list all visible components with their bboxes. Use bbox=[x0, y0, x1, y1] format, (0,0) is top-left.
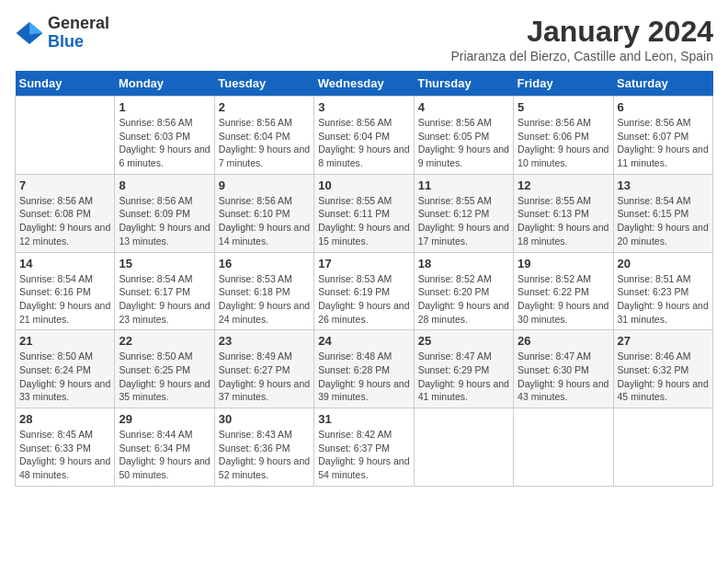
day-info: Sunrise: 8:47 AM Sunset: 6:29 PM Dayligh… bbox=[418, 350, 509, 404]
calendar-cell: 11Sunrise: 8:55 AM Sunset: 6:12 PM Dayli… bbox=[414, 174, 513, 252]
day-number: 6 bbox=[618, 100, 709, 114]
calendar-cell: 3Sunrise: 8:56 AM Sunset: 6:04 PM Daylig… bbox=[314, 97, 414, 175]
col-header-sunday: Sunday bbox=[16, 71, 115, 97]
calendar-cell: 8Sunrise: 8:56 AM Sunset: 6:09 PM Daylig… bbox=[115, 174, 214, 252]
day-number: 23 bbox=[219, 334, 310, 348]
calendar-cell: 27Sunrise: 8:46 AM Sunset: 6:32 PM Dayli… bbox=[613, 330, 712, 408]
calendar-cell: 18Sunrise: 8:52 AM Sunset: 6:20 PM Dayli… bbox=[414, 252, 513, 330]
day-info: Sunrise: 8:55 AM Sunset: 6:13 PM Dayligh… bbox=[518, 194, 609, 248]
day-number: 29 bbox=[119, 412, 210, 426]
calendar-cell: 2Sunrise: 8:56 AM Sunset: 6:04 PM Daylig… bbox=[214, 97, 313, 175]
col-header-wednesday: Wednesday bbox=[314, 71, 414, 97]
day-info: Sunrise: 8:56 AM Sunset: 6:04 PM Dayligh… bbox=[318, 116, 409, 170]
logo-blue-text: Blue bbox=[48, 32, 84, 51]
calendar-table: SundayMondayTuesdayWednesdayThursdayFrid… bbox=[15, 71, 713, 487]
day-info: Sunrise: 8:55 AM Sunset: 6:12 PM Dayligh… bbox=[418, 194, 509, 248]
day-number: 26 bbox=[518, 334, 609, 348]
col-header-thursday: Thursday bbox=[414, 71, 513, 97]
calendar-cell: 13Sunrise: 8:54 AM Sunset: 6:15 PM Dayli… bbox=[613, 174, 712, 252]
day-info: Sunrise: 8:53 AM Sunset: 6:19 PM Dayligh… bbox=[318, 272, 409, 327]
calendar-cell: 4Sunrise: 8:56 AM Sunset: 6:05 PM Daylig… bbox=[414, 97, 513, 175]
day-number: 20 bbox=[618, 257, 709, 270]
calendar-cell: 16Sunrise: 8:53 AM Sunset: 6:18 PM Dayli… bbox=[214, 252, 313, 330]
logo-icon bbox=[15, 18, 44, 48]
day-number: 10 bbox=[318, 178, 409, 192]
calendar-cell: 29Sunrise: 8:44 AM Sunset: 6:34 PM Dayli… bbox=[115, 408, 214, 487]
calendar-cell: 12Sunrise: 8:55 AM Sunset: 6:13 PM Dayli… bbox=[514, 174, 613, 252]
day-info: Sunrise: 8:50 AM Sunset: 6:24 PM Dayligh… bbox=[19, 350, 110, 404]
day-number: 31 bbox=[318, 412, 409, 426]
calendar-cell: 30Sunrise: 8:43 AM Sunset: 6:36 PM Dayli… bbox=[214, 408, 313, 487]
calendar-cell: 24Sunrise: 8:48 AM Sunset: 6:28 PM Dayli… bbox=[314, 330, 414, 408]
day-info: Sunrise: 8:55 AM Sunset: 6:11 PM Dayligh… bbox=[318, 194, 409, 248]
calendar-cell: 28Sunrise: 8:45 AM Sunset: 6:33 PM Dayli… bbox=[16, 408, 115, 487]
calendar-cell: 25Sunrise: 8:47 AM Sunset: 6:29 PM Dayli… bbox=[414, 330, 513, 408]
calendar-cell: 15Sunrise: 8:54 AM Sunset: 6:17 PM Dayli… bbox=[115, 252, 214, 330]
day-number: 2 bbox=[219, 100, 310, 114]
calendar-cell: 9Sunrise: 8:56 AM Sunset: 6:10 PM Daylig… bbox=[214, 174, 313, 252]
day-number: 21 bbox=[19, 334, 110, 348]
calendar-cell: 23Sunrise: 8:49 AM Sunset: 6:27 PM Dayli… bbox=[214, 330, 313, 408]
calendar-cell: 31Sunrise: 8:42 AM Sunset: 6:37 PM Dayli… bbox=[314, 408, 414, 487]
logo: General Blue bbox=[15, 15, 109, 52]
calendar-cell: 5Sunrise: 8:56 AM Sunset: 6:06 PM Daylig… bbox=[514, 97, 613, 175]
day-number: 22 bbox=[119, 334, 210, 348]
subtitle: Priaranza del Bierzo, Castille and Leon,… bbox=[450, 49, 713, 63]
day-info: Sunrise: 8:56 AM Sunset: 6:06 PM Dayligh… bbox=[518, 116, 609, 170]
day-info: Sunrise: 8:56 AM Sunset: 6:07 PM Dayligh… bbox=[618, 116, 709, 170]
day-info: Sunrise: 8:56 AM Sunset: 6:09 PM Dayligh… bbox=[119, 194, 210, 248]
day-number: 14 bbox=[19, 257, 110, 270]
day-number: 27 bbox=[618, 334, 709, 348]
calendar-week-5: 28Sunrise: 8:45 AM Sunset: 6:33 PM Dayli… bbox=[16, 408, 713, 487]
day-number: 25 bbox=[418, 334, 509, 348]
calendar-cell: 26Sunrise: 8:47 AM Sunset: 6:30 PM Dayli… bbox=[514, 330, 613, 408]
calendar-cell: 10Sunrise: 8:55 AM Sunset: 6:11 PM Dayli… bbox=[314, 174, 414, 252]
day-info: Sunrise: 8:47 AM Sunset: 6:30 PM Dayligh… bbox=[518, 350, 609, 404]
day-info: Sunrise: 8:43 AM Sunset: 6:36 PM Dayligh… bbox=[219, 428, 310, 482]
day-info: Sunrise: 8:53 AM Sunset: 6:18 PM Dayligh… bbox=[219, 272, 310, 327]
day-number: 12 bbox=[518, 178, 609, 192]
calendar-cell bbox=[613, 408, 712, 487]
day-number: 30 bbox=[219, 412, 310, 426]
day-number: 4 bbox=[418, 100, 509, 114]
day-info: Sunrise: 8:56 AM Sunset: 6:05 PM Dayligh… bbox=[418, 116, 509, 170]
calendar-cell: 6Sunrise: 8:56 AM Sunset: 6:07 PM Daylig… bbox=[613, 97, 712, 175]
col-header-saturday: Saturday bbox=[613, 71, 712, 97]
calendar-cell bbox=[16, 97, 115, 175]
day-info: Sunrise: 8:52 AM Sunset: 6:20 PM Dayligh… bbox=[418, 272, 509, 327]
calendar-cell: 20Sunrise: 8:51 AM Sunset: 6:23 PM Dayli… bbox=[613, 252, 712, 330]
calendar-week-3: 14Sunrise: 8:54 AM Sunset: 6:16 PM Dayli… bbox=[16, 252, 713, 330]
day-info: Sunrise: 8:52 AM Sunset: 6:22 PM Dayligh… bbox=[518, 272, 609, 327]
day-info: Sunrise: 8:54 AM Sunset: 6:15 PM Dayligh… bbox=[618, 194, 709, 248]
day-info: Sunrise: 8:42 AM Sunset: 6:37 PM Dayligh… bbox=[318, 428, 409, 482]
day-info: Sunrise: 8:56 AM Sunset: 6:08 PM Dayligh… bbox=[19, 194, 110, 248]
day-number: 16 bbox=[219, 257, 310, 270]
day-number: 5 bbox=[518, 100, 609, 114]
day-info: Sunrise: 8:56 AM Sunset: 6:04 PM Dayligh… bbox=[219, 116, 310, 170]
calendar-cell: 1Sunrise: 8:56 AM Sunset: 6:03 PM Daylig… bbox=[115, 97, 214, 175]
day-number: 8 bbox=[119, 178, 210, 192]
day-info: Sunrise: 8:44 AM Sunset: 6:34 PM Dayligh… bbox=[119, 428, 210, 482]
calendar-week-4: 21Sunrise: 8:50 AM Sunset: 6:24 PM Dayli… bbox=[16, 330, 713, 408]
day-number: 9 bbox=[219, 178, 310, 192]
logo-general-text: General bbox=[48, 14, 109, 32]
day-number: 7 bbox=[19, 178, 110, 192]
day-info: Sunrise: 8:48 AM Sunset: 6:28 PM Dayligh… bbox=[318, 350, 409, 404]
col-header-tuesday: Tuesday bbox=[214, 71, 313, 97]
day-info: Sunrise: 8:46 AM Sunset: 6:32 PM Dayligh… bbox=[618, 350, 709, 404]
day-number: 17 bbox=[318, 257, 409, 270]
calendar-cell: 17Sunrise: 8:53 AM Sunset: 6:19 PM Dayli… bbox=[314, 252, 414, 330]
day-number: 19 bbox=[518, 257, 609, 270]
calendar-week-1: 1Sunrise: 8:56 AM Sunset: 6:03 PM Daylig… bbox=[16, 97, 713, 175]
day-number: 13 bbox=[618, 178, 709, 192]
calendar-header-row: SundayMondayTuesdayWednesdayThursdayFrid… bbox=[16, 71, 713, 97]
calendar-cell: 22Sunrise: 8:50 AM Sunset: 6:25 PM Dayli… bbox=[115, 330, 214, 408]
day-info: Sunrise: 8:56 AM Sunset: 6:03 PM Dayligh… bbox=[119, 116, 210, 170]
page-header: General Blue January 2024 Priaranza del … bbox=[15, 15, 713, 63]
main-title: January 2024 bbox=[450, 15, 713, 49]
day-number: 18 bbox=[418, 257, 509, 270]
title-block: January 2024 Priaranza del Bierzo, Casti… bbox=[450, 15, 713, 63]
calendar-cell bbox=[414, 408, 513, 487]
day-info: Sunrise: 8:49 AM Sunset: 6:27 PM Dayligh… bbox=[219, 350, 310, 404]
day-info: Sunrise: 8:45 AM Sunset: 6:33 PM Dayligh… bbox=[19, 428, 110, 482]
